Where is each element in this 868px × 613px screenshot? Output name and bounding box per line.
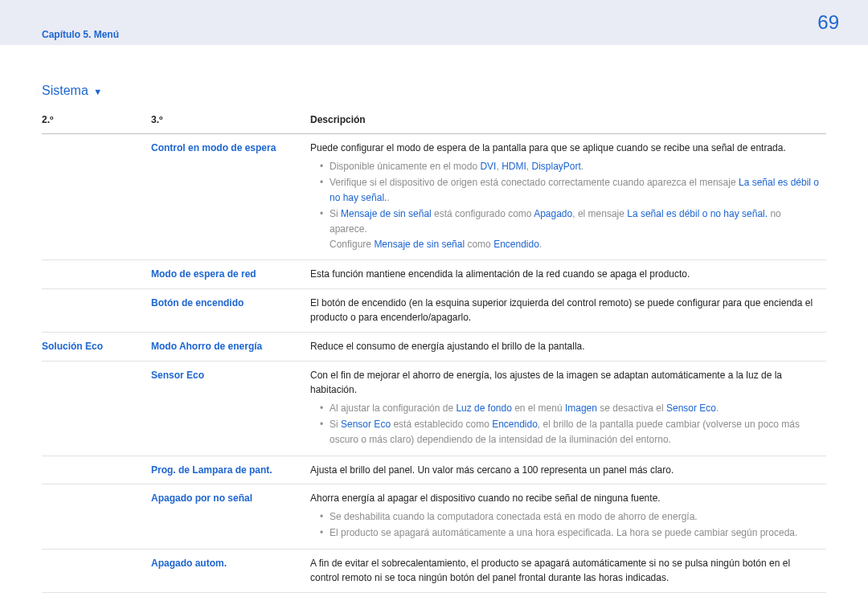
- cell-level2: Solución Eco: [42, 332, 151, 361]
- bullet-item: Verifique si el dispositivo de origen es…: [320, 175, 820, 205]
- bullet-item: Disponible únicamente en el modo DVI, HD…: [320, 159, 820, 174]
- menu-item-link: Botón de encendido: [151, 297, 244, 309]
- col-header-desc: Descripción: [310, 111, 826, 134]
- desc-text: Ahorra energía al apagar el dispositivo …: [310, 492, 661, 504]
- cell-level2: [42, 549, 151, 592]
- bullet-item: Se deshabilita cuando la computadora con…: [320, 509, 820, 525]
- text: se desactiva el: [597, 403, 666, 414]
- cell-level2: [42, 134, 151, 260]
- cell-level3: Control en modo de espera: [151, 134, 310, 260]
- bullet-item: Si Sensor Eco está establecido como Ence…: [320, 417, 820, 447]
- cell-level3: Apagado por no señal: [151, 484, 310, 550]
- chapter-label: Capítulo 5. Menú: [42, 29, 119, 40]
- table-row: Sensor Eco Con el fin de mejorar el ahor…: [42, 361, 826, 456]
- bullet-item: Si Mensaje de sin señal está configurado…: [320, 206, 820, 251]
- cell-desc: El botón de encendido (en la esquina sup…: [310, 288, 826, 332]
- cell-level3: Apagado autom.: [151, 549, 310, 592]
- menu-table: 2.º 3.º Descripción Control en modo de e…: [42, 111, 826, 593]
- cell-desc: Puede configurar el modo de espera de la…: [310, 134, 826, 260]
- bullet-list: Disponible únicamente en el modo DVI, HD…: [310, 159, 820, 252]
- inline-link: Apagado: [534, 208, 572, 219]
- bullet-list: Al ajustar la configuración de Luz de fo…: [310, 401, 820, 447]
- section-title-text: Sistema: [42, 84, 88, 97]
- menu-item-link: Modo de espera de red: [151, 268, 256, 280]
- cell-level2: [42, 484, 151, 550]
- desc-text: Con el fin de mejorar el ahorro de energ…: [310, 370, 782, 396]
- text: está establecido como: [391, 419, 492, 430]
- table-header-row: 2.º 3.º Descripción: [42, 111, 826, 134]
- inline-link: Imagen: [565, 403, 597, 414]
- page-number: 69: [817, 11, 839, 34]
- table-row: Prog. de Lampara de pant. Ajusta el bril…: [42, 456, 826, 484]
- cell-level2: [42, 288, 151, 332]
- table-row: Apagado por no señal Ahorra energía al a…: [42, 484, 826, 550]
- inline-link: Sensor Eco: [666, 403, 716, 414]
- text: como: [465, 239, 493, 250]
- cell-level2: [42, 260, 151, 289]
- table-row: Modo de espera de red Esta función manti…: [42, 260, 826, 289]
- main-content: Sistema ▼ 2.º 3.º Descripción Control en…: [0, 45, 868, 593]
- menu-item-link: Apagado por no señal: [151, 492, 252, 504]
- inline-link: Sensor Eco: [341, 419, 391, 430]
- bullet-item: Al ajustar la configuración de Luz de fo…: [320, 401, 820, 416]
- text: Configure: [330, 239, 374, 250]
- cell-level3: Prog. de Lampara de pant.: [151, 456, 310, 484]
- text: .: [716, 403, 719, 414]
- cell-desc: Con el fin de mejorar el ahorro de energ…: [310, 361, 826, 456]
- text: está configurado como: [432, 208, 534, 219]
- inline-link: Encendido: [493, 239, 539, 250]
- inline-link: Mensaje de sin señal: [374, 239, 465, 250]
- cell-level3: Modo de espera de red: [151, 260, 310, 289]
- header-bar: 69 Capítulo 5. Menú: [0, 0, 868, 45]
- inline-link: Mensaje de sin señal: [341, 208, 432, 219]
- text: Si: [330, 419, 341, 430]
- col-header-2: 2.º: [42, 111, 151, 134]
- bullet-list: Se deshabilita cuando la computadora con…: [310, 509, 820, 541]
- cell-desc: Ahorra energía al apagar el dispositivo …: [310, 484, 826, 550]
- inline-link: DisplayPort: [531, 161, 580, 172]
- text: Al ajustar la configuración de: [330, 403, 456, 414]
- section-title: Sistema ▼: [42, 84, 826, 98]
- text: Si: [330, 208, 341, 219]
- cell-desc: A fin de evitar el sobrecalentamiento, e…: [310, 549, 826, 592]
- cell-level2: [42, 456, 151, 484]
- cell-level3: Sensor Eco: [151, 361, 310, 456]
- inline-link: DVI: [480, 161, 496, 172]
- menu-item-link: Modo Ahorro de energía: [151, 341, 262, 352]
- text: Disponible únicamente en el modo: [330, 161, 480, 172]
- table-row: Control en modo de espera Puede configur…: [42, 134, 826, 260]
- cell-desc: Esta función mantiene encendida la alime…: [310, 260, 826, 289]
- cell-desc: Ajusta el brillo del panel. Un valor más…: [310, 456, 826, 484]
- text: , el mensaje: [572, 208, 627, 219]
- menu-item-link: Sensor Eco: [151, 370, 204, 381]
- col-header-3: 3.º: [151, 111, 310, 134]
- table-row: Botón de encendido El botón de encendido…: [42, 288, 826, 332]
- inline-link: Luz de fondo: [456, 403, 511, 414]
- cell-level3: Modo Ahorro de energía: [151, 332, 310, 361]
- dropdown-arrow-icon: ▼: [93, 87, 102, 96]
- menu-item-link: Control en modo de espera: [151, 142, 276, 153]
- text: .: [581, 161, 583, 172]
- inline-link: Encendido: [492, 419, 538, 430]
- cell-level2: [42, 361, 151, 456]
- table-row: Apagado autom. A fin de evitar el sobrec…: [42, 549, 826, 592]
- text: .: [387, 192, 389, 203]
- table-row: Solución Eco Modo Ahorro de energía Redu…: [42, 332, 826, 361]
- cell-desc: Reduce el consumo de energía ajustando e…: [310, 332, 826, 361]
- text: en el menú: [512, 403, 565, 414]
- menu-item-link: Apagado autom.: [151, 558, 227, 569]
- text: .: [539, 239, 542, 250]
- desc-text: Puede configurar el modo de espera de la…: [310, 142, 786, 153]
- cell-level3: Botón de encendido: [151, 288, 310, 332]
- text: Verifique si el dispositivo de origen es…: [330, 177, 739, 188]
- inline-link: La señal es débil o no hay señal.: [627, 208, 768, 219]
- inline-link: HDMI: [502, 161, 526, 172]
- menu-item-link: Solución Eco: [42, 341, 103, 352]
- bullet-item: El producto se apagará automáticamente a…: [320, 525, 820, 541]
- menu-item-link: Prog. de Lampara de pant.: [151, 464, 272, 476]
